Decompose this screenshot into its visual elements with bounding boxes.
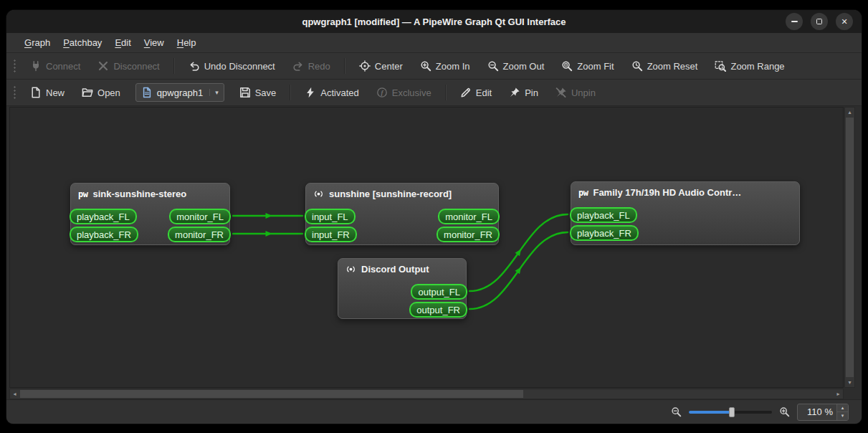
redo-icon — [292, 60, 304, 72]
undo-icon — [189, 60, 200, 72]
toolbar-button-label: New — [46, 87, 65, 98]
zoom-reset-icon — [631, 60, 643, 72]
port-monitor_FL[interactable]: monitor_FL — [438, 209, 500, 224]
node-family[interactable]: pwFamily 17h/19h HD Audio Contr…playback… — [571, 181, 800, 245]
graph-area: pwsink-sunshine-stereoplayback_FLplaybac… — [6, 106, 862, 399]
node-name: Family 17h/19h HD Audio Contr… — [593, 187, 741, 198]
center-button[interactable]: Center — [350, 56, 411, 77]
zoom-spinbox[interactable]: 110 % ▴ ▾ — [797, 404, 849, 421]
toolbar-separator — [344, 58, 345, 74]
spin-up-icon[interactable]: ▴ — [837, 404, 848, 413]
port-output_FL[interactable]: output_FL — [411, 284, 467, 300]
vertical-scrollbar-handle[interactable] — [846, 118, 854, 377]
toolbar-button-label: Disconnect — [113, 61, 159, 72]
node-sunshine[interactable]: sunshine [sunshine-record]input_FLinput_… — [305, 183, 499, 245]
connect-icon — [30, 60, 42, 72]
node-sink[interactable]: pwsink-sunshine-stereoplayback_FLplaybac… — [70, 183, 230, 245]
toolbar-button-label: Save — [255, 87, 277, 98]
menu-help[interactable]: Help — [171, 35, 203, 50]
pipewire-icon: pw — [78, 189, 87, 199]
exclusive-button[interactable]: fExclusive — [368, 82, 440, 103]
port-monitor_FR[interactable]: monitor_FR — [168, 227, 231, 242]
edit-button[interactable]: Edit — [452, 82, 500, 103]
toolbar-button-label: Zoom Reset — [647, 61, 698, 72]
disconnect-button[interactable]: Disconnect — [89, 56, 168, 77]
toolbar-grip[interactable] — [13, 59, 16, 73]
menu-edit[interactable]: Edit — [108, 35, 137, 50]
toolbar-grip[interactable] — [13, 85, 16, 100]
scroll-down-icon[interactable]: ▾ — [845, 378, 854, 387]
undo-disconnect-button[interactable]: Undo Disconnect — [180, 56, 284, 77]
maximize-icon — [816, 19, 822, 24]
zoom-in-icon[interactable] — [779, 406, 790, 417]
toolbar-button-label: Zoom Out — [503, 61, 545, 72]
pin-icon — [509, 87, 520, 98]
graph-toolbar: ConnectDisconnectUndo DisconnectRedoCent… — [6, 53, 862, 80]
activated-button[interactable]: Activated — [296, 82, 367, 103]
redo-button[interactable]: Redo — [284, 56, 339, 77]
port-output_FR[interactable]: output_FR — [409, 302, 467, 318]
menu-graph[interactable]: Graph — [18, 35, 57, 50]
port-monitor_FR[interactable]: monitor_FR — [437, 227, 500, 242]
zoom-fit-button[interactable]: Zoom Fit — [553, 56, 622, 77]
zoom-range-button[interactable]: Zoom Range — [706, 56, 793, 77]
activated-icon — [305, 87, 316, 98]
minimize-button[interactable] — [786, 13, 803, 30]
file-icon — [141, 87, 153, 98]
toolbar-separator — [445, 85, 447, 100]
port-playback_FR[interactable]: playback_FR — [570, 225, 639, 241]
exclusive-icon: f — [376, 87, 388, 98]
node-title: pwFamily 17h/19h HD Audio Contr… — [571, 182, 799, 198]
horizontal-scrollbar[interactable]: ◂ ▸ — [9, 389, 844, 399]
patchbay-select-value: qpwgraph1 — [157, 87, 203, 98]
zoom-slider-fill — [689, 411, 732, 414]
new-icon — [30, 87, 42, 98]
patchbay-select[interactable]: qpwgraph1▾ — [135, 83, 224, 102]
zoom-in-button[interactable]: Zoom In — [411, 56, 479, 77]
node-name: Discord Output — [361, 264, 429, 275]
port-input_FL[interactable]: input_FL — [305, 209, 356, 224]
menu-view[interactable]: View — [138, 35, 171, 50]
toolbar-button-label: Exclusive — [392, 87, 431, 98]
zoom-slider[interactable] — [689, 406, 772, 418]
save-icon — [239, 87, 251, 98]
toolbar-button-label: Pin — [525, 87, 538, 98]
app-window: qpwgraph1 [modified] — A PipeWire Graph … — [6, 10, 862, 424]
graph-view[interactable]: pwsink-sunshine-stereoplayback_FLplaybac… — [9, 107, 844, 388]
maximize-button[interactable] — [811, 13, 828, 30]
port-playback_FL[interactable]: playback_FL — [570, 207, 637, 223]
scroll-right-icon[interactable]: ▸ — [834, 389, 843, 399]
port-input_FR[interactable]: input_FR — [305, 227, 357, 242]
close-button[interactable]: ✕ — [836, 13, 853, 30]
horizontal-scrollbar-handle[interactable] — [20, 390, 523, 398]
vertical-scrollbar[interactable]: ▴ ▾ — [844, 107, 855, 388]
connect-button[interactable]: Connect — [22, 56, 89, 77]
toolbar-separator — [173, 58, 175, 74]
open-button[interactable]: Open — [73, 82, 129, 103]
port-monitor_FL[interactable]: monitor_FL — [169, 209, 231, 224]
port-playback_FL[interactable]: playback_FL — [70, 209, 137, 224]
unpin-button[interactable]: Unpin — [547, 82, 604, 103]
pin-button[interactable]: Pin — [500, 82, 547, 103]
save-button[interactable]: Save — [231, 82, 285, 103]
node-discord[interactable]: Discord Outputoutput_FLoutput_FR — [338, 258, 467, 319]
zoom-in-icon — [420, 60, 431, 72]
spin-down-icon[interactable]: ▾ — [837, 412, 848, 420]
scroll-left-icon[interactable]: ◂ — [10, 389, 19, 399]
toolbar-separator — [290, 85, 291, 100]
title-bar[interactable]: qpwgraph1 [modified] — A PipeWire Graph … — [6, 10, 862, 33]
zoom-out-button[interactable]: Zoom Out — [479, 56, 553, 77]
port-playback_FR[interactable]: playback_FR — [70, 227, 138, 242]
zoom-slider-handle[interactable] — [729, 407, 735, 417]
wire-arrow-icon — [266, 231, 272, 237]
zoom-out-icon[interactable] — [671, 406, 682, 417]
patchbay-toolbar: NewOpenqpwgraph1▾SaveActivatedfExclusive… — [6, 80, 862, 106]
menu-patchbay[interactable]: Patchbay — [57, 35, 108, 50]
new-button[interactable]: New — [22, 82, 73, 103]
toolbar-button-label: Zoom In — [436, 61, 470, 72]
scroll-up-icon[interactable]: ▴ — [845, 108, 854, 117]
menu-bar: GraphPatchbayEditViewHelp — [6, 33, 862, 53]
zoom-reset-button[interactable]: Zoom Reset — [623, 56, 707, 77]
open-icon — [82, 87, 93, 98]
zoom-value[interactable]: 110 % — [798, 404, 836, 420]
